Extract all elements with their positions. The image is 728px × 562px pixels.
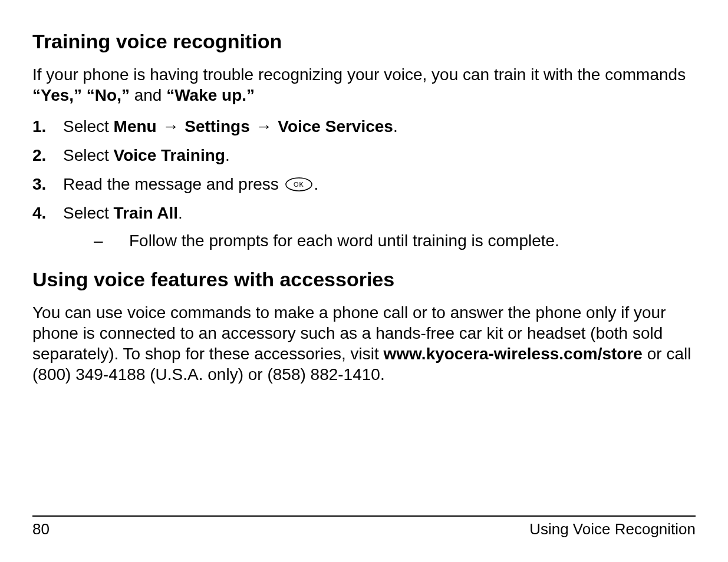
arrow-icon: → xyxy=(250,117,278,135)
step-number: 3. xyxy=(32,174,63,194)
step-body: Read the message and press OK . xyxy=(63,174,696,194)
step-number: 1. xyxy=(32,116,63,137)
menu-path-settings: Settings xyxy=(185,117,249,135)
sub-step-text: Follow the prompts for each word until t… xyxy=(129,230,559,251)
sub-step: – Follow the prompts for each word until… xyxy=(94,230,696,251)
menu-item-voice-training: Voice Training xyxy=(114,146,225,164)
menu-path-menu: Menu xyxy=(114,117,157,135)
ok-button-icon: OK xyxy=(285,177,313,191)
step-text: Select xyxy=(63,117,114,135)
section-title: Using Voice Recognition xyxy=(529,520,696,538)
heading-voice-accessories: Using voice features with accessories xyxy=(32,267,696,292)
menu-item-train-all: Train All xyxy=(114,204,178,222)
intro-commands-1: “Yes,” “No,” xyxy=(32,86,130,104)
step-4: 4. Select Train All. – Follow the prompt… xyxy=(32,203,696,251)
svg-text:OK: OK xyxy=(294,181,304,188)
step-period: . xyxy=(393,117,398,135)
intro-paragraph: If your phone is having trouble recogniz… xyxy=(32,64,696,105)
step-period: . xyxy=(314,175,319,193)
steps-list: 1. Select Menu → Settings → Voice Servic… xyxy=(32,116,696,251)
step-body: Select Voice Training. xyxy=(63,145,696,166)
step-number: 2. xyxy=(32,145,63,166)
step-text: Select xyxy=(63,146,114,164)
menu-path-voice-services: Voice Services xyxy=(278,117,393,135)
step-3: 3. Read the message and press OK . xyxy=(32,174,696,194)
step-text: Read the message and press xyxy=(63,175,284,193)
footer-rule xyxy=(32,515,696,517)
step-text: Select xyxy=(63,204,114,222)
accessories-paragraph: You can use voice commands to make a pho… xyxy=(32,302,696,385)
step-2: 2. Select Voice Training. xyxy=(32,145,696,166)
footer-row: 80 Using Voice Recognition xyxy=(32,520,696,538)
intro-text-mid: and xyxy=(130,86,166,104)
step-1: 1. Select Menu → Settings → Voice Servic… xyxy=(32,116,696,137)
sub-step-dash: – xyxy=(94,230,129,251)
step-period: . xyxy=(178,204,183,222)
arrow-icon: → xyxy=(157,117,185,135)
step-body: Select Menu → Settings → Voice Services. xyxy=(63,116,696,137)
intro-text-pre: If your phone is having trouble recogniz… xyxy=(32,65,686,84)
step-period: . xyxy=(225,146,230,164)
heading-training-voice: Training voice recognition xyxy=(32,29,696,54)
intro-commands-2: “Wake up.” xyxy=(166,86,255,104)
step-number: 4. xyxy=(32,203,63,251)
page-number: 80 xyxy=(32,520,50,538)
page-footer: 80 Using Voice Recognition xyxy=(32,515,696,538)
step-body: Select Train All. – Follow the prompts f… xyxy=(63,203,696,251)
accessories-url: www.kyocera-wireless.com/store xyxy=(384,345,643,363)
manual-page: Training voice recognition If your phone… xyxy=(0,0,728,562)
